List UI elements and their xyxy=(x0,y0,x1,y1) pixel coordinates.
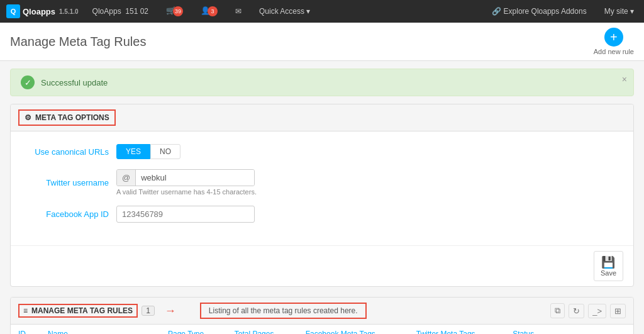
page-title: Manage Meta Tag Rules xyxy=(10,35,146,49)
meta-tag-options-panel: ⚙ META TAG OPTIONS Use canonical URLs YE… xyxy=(10,104,634,287)
brand-name: Qloapps xyxy=(23,7,55,16)
meta-options-body: Use canonical URLs YES NO Twitter userna… xyxy=(11,131,633,245)
refresh-action-button[interactable]: ↻ xyxy=(569,304,584,318)
add-new-rule-button[interactable]: + xyxy=(604,28,623,47)
brand-logo-icon: Q xyxy=(6,4,20,18)
listing-note-text: Listing of all the meta tag rules create… xyxy=(209,306,358,315)
arrow-icon: → xyxy=(165,304,176,318)
alert-close-button[interactable]: × xyxy=(622,74,627,84)
manage-rules-header-left: ≡ MANAGE META TAG RULES 1 xyxy=(18,304,155,318)
app-name[interactable]: QloApps 151 02 xyxy=(89,7,152,16)
user-badge: 3 xyxy=(208,6,218,16)
quick-access-menu[interactable]: Quick Access ▾ xyxy=(255,7,314,16)
listing-note-box: Listing of all the meta tag rules create… xyxy=(200,303,367,319)
success-icon: ✓ xyxy=(21,75,35,89)
copy-action-button[interactable]: ⧉ xyxy=(550,303,565,318)
canonical-toggle: YES NO xyxy=(116,144,180,159)
manage-rules-title: MANAGE META TAG RULES xyxy=(31,306,133,315)
alert-message: Successful update xyxy=(41,78,108,87)
twitter-username-input[interactable] xyxy=(136,170,254,186)
save-icon: 💾 xyxy=(601,255,615,269)
manage-rules-header: ≡ MANAGE META TAG RULES 1 → Listing of a… xyxy=(11,298,633,325)
save-button[interactable]: 💾 Save xyxy=(594,251,623,281)
cart-icon-area[interactable]: 🛒39 xyxy=(162,6,187,16)
panel-actions: ⧉ ↻ _> ⊞ xyxy=(550,303,626,318)
meta-options-outlined-box: ⚙ META TAG OPTIONS xyxy=(18,109,116,126)
table-header-row: ID Name Page Type Total Pages Facebook M… xyxy=(11,325,633,334)
canonical-urls-row: Use canonical URLs YES NO xyxy=(21,144,623,159)
col-facebook-meta: Facebook Meta Tags xyxy=(298,325,409,334)
my-site-selector[interactable]: My site ▾ xyxy=(601,7,638,16)
mail-icon[interactable]: ✉ xyxy=(231,7,245,16)
top-navigation: Q Qloapps 1.5.1.0 QloApps 151 02 🛒39 👤3 … xyxy=(0,0,644,23)
save-label: Save xyxy=(601,269,616,277)
facebook-label: Facebook App ID xyxy=(21,209,109,219)
col-name: Name xyxy=(40,325,160,334)
col-status: Status xyxy=(505,325,553,334)
twitter-username-row: Twitter username @ A valid Twitter usern… xyxy=(21,169,623,196)
save-area: 💾 Save xyxy=(11,245,633,286)
manage-rules-panel: ≡ MANAGE META TAG RULES 1 → Listing of a… xyxy=(10,297,634,334)
canonical-label: Use canonical URLs xyxy=(21,147,109,157)
gear-icon: ⚙ xyxy=(25,113,31,122)
cart-badge: 39 xyxy=(173,6,183,16)
add-new-rule-area: + Add new rule xyxy=(594,28,634,55)
meta-options-title: META TAG OPTIONS xyxy=(35,113,109,122)
twitter-input-wrap: @ xyxy=(116,169,255,186)
user-icon-area[interactable]: 👤3 xyxy=(197,6,221,16)
rules-count-badge: 1 xyxy=(142,306,155,316)
facebook-appid-input[interactable] xyxy=(116,206,255,223)
rules-table: ID Name Page Type Total Pages Facebook M… xyxy=(11,325,633,334)
canonical-no-button[interactable]: NO xyxy=(150,144,180,159)
manage-rules-outlined-box: ≡ MANAGE META TAG RULES xyxy=(18,304,138,318)
col-total-pages: Total Pages xyxy=(227,325,298,334)
brand-logo-area[interactable]: Q Qloapps 1.5.1.0 xyxy=(6,4,79,18)
canonical-yes-button[interactable]: YES xyxy=(116,144,150,159)
twitter-input-block: @ A valid Twitter username has 4-15 char… xyxy=(116,169,257,196)
twitter-label: Twitter username xyxy=(21,178,109,187)
main-content: ⚙ META TAG OPTIONS Use canonical URLs YE… xyxy=(0,104,644,334)
col-twitter-meta: Twitter Meta Tags xyxy=(409,325,505,334)
meta-tag-options-header: ⚙ META TAG OPTIONS xyxy=(11,104,633,131)
add-new-rule-label: Add new rule xyxy=(594,48,634,55)
success-alert: ✓ Successful update × xyxy=(10,69,634,96)
col-id: ID xyxy=(11,325,40,334)
twitter-prefix: @ xyxy=(117,170,136,186)
col-actions xyxy=(553,325,633,334)
explore-addons-link[interactable]: 🔗 Explore Qloapps Addons xyxy=(488,7,590,16)
twitter-help-text: A valid Twitter username has 4-15 charac… xyxy=(116,188,257,196)
grid-action-button[interactable]: ⊞ xyxy=(610,304,626,318)
page-header: Manage Meta Tag Rules + Add new rule xyxy=(0,23,644,61)
list-icon: ≡ xyxy=(23,306,28,315)
brand-version: 1.5.1.0 xyxy=(59,8,79,15)
facebook-appid-row: Facebook App ID xyxy=(21,206,623,223)
col-page-type: Page Type xyxy=(160,325,227,334)
terminal-action-button[interactable]: _> xyxy=(588,304,606,318)
